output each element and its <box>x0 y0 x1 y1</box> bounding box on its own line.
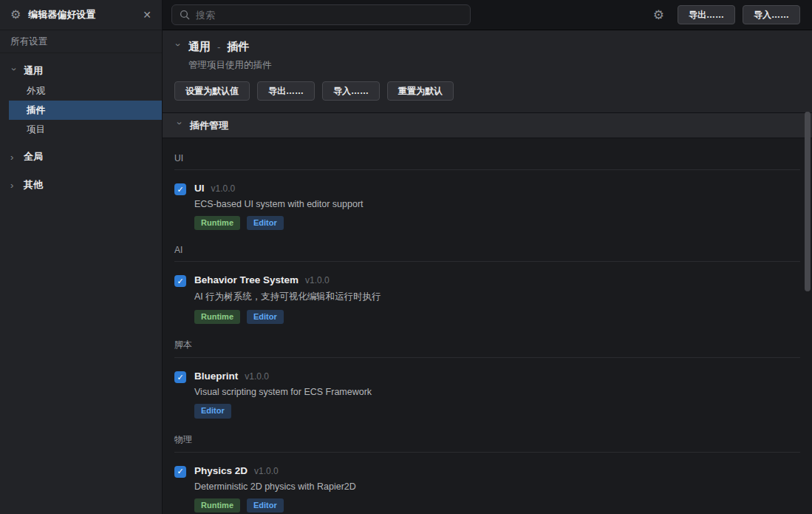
plugin-name: UI <box>194 183 205 194</box>
section-plugin-management[interactable]: › 插件管理 <box>163 113 812 138</box>
plugin-enabled-checkbox[interactable]: ✓ <box>174 371 186 383</box>
topbar: ⚙ 导出…… 导入…… <box>163 0 812 30</box>
content-header: › 通用 - 插件 管理项目使用的插件 设置为默认值导出……导入……重置为默认 <box>163 30 812 113</box>
breadcrumb-category: 通用 <box>188 40 211 54</box>
check-icon: ✓ <box>177 186 183 194</box>
main-panel: ⚙ 导出…… 导入…… › 通用 - 插件 管理项目使用的插件 设置为默认值导出… <box>163 0 812 514</box>
category-divider <box>174 169 800 170</box>
breadcrumb-separator: - <box>217 41 220 53</box>
plugin-enabled-checkbox[interactable]: ✓ <box>174 275 186 287</box>
preferences-sidebar: ⚙ 编辑器偏好设置 ✕ 所有设置 › 通用 外观 插件 项目 › 全局 › 其他 <box>0 0 163 514</box>
check-icon: ✓ <box>177 373 183 382</box>
plugin-badge-editor: Editor <box>247 216 284 230</box>
sidebar-item-plugins[interactable]: 插件 <box>9 101 162 120</box>
page-description: 管理项目使用的插件 <box>188 59 800 72</box>
export-button[interactable]: 导出…… <box>678 5 735 24</box>
plugin-category-label: AI <box>174 245 800 255</box>
window-title: 编辑器偏好设置 <box>28 8 135 21</box>
action-row: 设置为默认值导出……导入……重置为默认 <box>174 81 800 101</box>
chevron-right-icon: › <box>10 180 18 190</box>
export-button[interactable]: 导出…… <box>257 81 315 101</box>
plugin-group: AI ✓ Behavior Tree System v1.0.0 AI 行为树系… <box>174 245 800 324</box>
close-icon[interactable]: ✕ <box>143 9 151 21</box>
plugin-badge-runtime: Runtime <box>194 216 240 230</box>
plugin-category-label: UI <box>174 153 800 163</box>
plugin-badge-editor: Editor <box>247 498 284 513</box>
set-as-default-button[interactable]: 设置为默认值 <box>174 81 250 101</box>
plugin-version: v1.0.0 <box>254 466 279 476</box>
gear-icon: ⚙ <box>10 9 21 21</box>
plugin-item: ✓ Behavior Tree System v1.0.0 AI 行为树系统，支… <box>174 274 800 324</box>
reset-to-default-button[interactable]: 重置为默认 <box>387 81 454 101</box>
sidebar-header: ⚙ 编辑器偏好设置 ✕ <box>0 0 162 30</box>
plugin-item: ✓ UI v1.0.0 ECS-based UI system with edi… <box>174 183 800 230</box>
scrollbar-thumb[interactable] <box>805 112 811 291</box>
plugin-badges: Editor <box>194 404 800 418</box>
search-input[interactable] <box>196 10 463 21</box>
plugin-enabled-checkbox[interactable]: ✓ <box>174 466 186 478</box>
plugin-category-label: 物理 <box>174 433 800 446</box>
plugin-group: 物理 ✓ Physics 2D v1.0.0 Deterministic 2D … <box>174 433 800 513</box>
plugin-name: Blueprint <box>194 371 238 382</box>
plugin-badges: RuntimeEditor <box>194 498 800 513</box>
plugin-name: Behavior Tree System <box>194 274 298 285</box>
plugin-description: AI 行为树系统，支持可视化编辑和运行时执行 <box>194 291 800 303</box>
sidebar-item-general[interactable]: › 通用 <box>0 61 162 81</box>
all-settings-label[interactable]: 所有设置 <box>0 30 162 53</box>
settings-tree: › 通用 外观 插件 项目 › 全局 › 其他 <box>0 53 162 195</box>
check-icon: ✓ <box>177 277 183 285</box>
section-title: 插件管理 <box>190 119 228 132</box>
plugin-version: v1.0.0 <box>305 275 330 285</box>
chevron-down-icon: › <box>175 122 185 129</box>
sidebar-item-global[interactable]: › 全局 <box>0 146 162 167</box>
breadcrumb[interactable]: › 通用 - 插件 <box>174 40 800 54</box>
plugin-badge-runtime: Runtime <box>194 310 240 324</box>
chevron-down-icon: › <box>174 44 183 51</box>
plugin-item: ✓ Physics 2D v1.0.0 Deterministic 2D phy… <box>174 465 800 513</box>
import-button[interactable]: 导入…… <box>322 81 380 101</box>
page-title: 插件 <box>227 40 249 54</box>
plugin-category-label: 脚本 <box>174 339 800 351</box>
chevron-right-icon: › <box>10 152 18 162</box>
category-divider <box>174 357 800 358</box>
check-icon: ✓ <box>177 467 183 476</box>
plugin-description: ECS-based UI system with editor support <box>194 199 800 209</box>
plugin-item: ✓ Blueprint v1.0.0 Visual scripting syst… <box>174 371 800 418</box>
plugin-group: UI ✓ UI v1.0.0 ECS-based UI system with … <box>174 153 800 230</box>
plugin-group: 脚本 ✓ Blueprint v1.0.0 Visual scripting s… <box>174 339 800 418</box>
plugin-badge-editor: Editor <box>247 310 284 324</box>
category-divider <box>174 452 800 453</box>
settings-gear-icon[interactable]: ⚙ <box>653 9 664 21</box>
plugin-list: UI ✓ UI v1.0.0 ECS-based UI system with … <box>163 138 812 514</box>
plugin-name: Physics 2D <box>194 465 248 476</box>
plugin-badge-editor: Editor <box>194 404 231 418</box>
category-divider <box>174 261 800 262</box>
chevron-down-icon: › <box>10 67 19 75</box>
plugin-badges: RuntimeEditor <box>194 310 800 324</box>
sidebar-item-other[interactable]: › 其他 <box>0 175 162 195</box>
plugin-version: v1.0.0 <box>211 183 236 194</box>
search-box <box>171 4 471 25</box>
sidebar-item-appearance[interactable]: 外观 <box>0 81 162 101</box>
plugin-version: v1.0.0 <box>245 371 269 382</box>
plugin-description: Deterministic 2D physics with Rapier2D <box>194 481 800 492</box>
search-icon <box>180 10 190 20</box>
sidebar-item-project[interactable]: 项目 <box>0 120 162 139</box>
plugin-description: Visual scripting system for ECS Framewor… <box>194 387 800 397</box>
plugin-badge-runtime: Runtime <box>194 498 240 513</box>
plugin-badges: RuntimeEditor <box>194 216 800 230</box>
topbar-actions: ⚙ 导出…… 导入…… <box>653 5 800 24</box>
plugin-enabled-checkbox[interactable]: ✓ <box>174 183 186 195</box>
import-button[interactable]: 导入…… <box>743 5 800 24</box>
